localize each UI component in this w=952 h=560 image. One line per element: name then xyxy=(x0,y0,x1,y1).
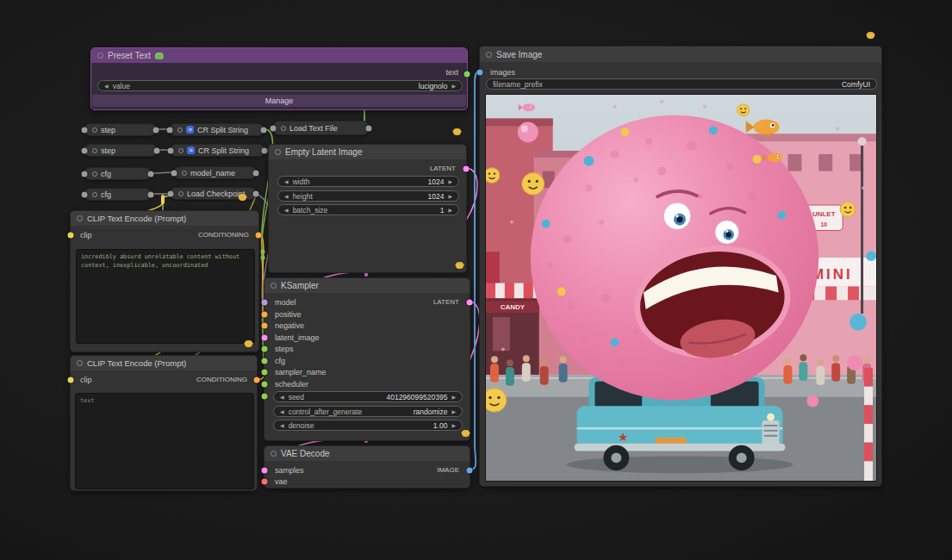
node-title-bar[interactable]: Save Image xyxy=(480,47,881,62)
decrement-icon[interactable]: ◀ xyxy=(104,84,109,89)
node-clip-text-encode-1[interactable]: CLIP Text Encode (Prompt) clip CONDITION… xyxy=(70,210,259,352)
node-step-2[interactable]: step xyxy=(84,144,158,157)
input-pin[interactable] xyxy=(168,190,174,196)
input-pin[interactable] xyxy=(82,191,88,197)
decrement-icon[interactable]: ◀ xyxy=(284,194,289,199)
increment-icon[interactable]: ▶ xyxy=(451,409,456,414)
collapse-toggle-icon[interactable] xyxy=(178,148,184,153)
node-clip-text-encode-2[interactable]: CLIP Text Encode (Prompt) clip CONDITION… xyxy=(70,355,258,491)
input-pin-scheduler[interactable] xyxy=(262,382,268,388)
node-model-name[interactable]: model_name xyxy=(173,166,257,179)
output-pin[interactable] xyxy=(366,125,372,131)
input-pin[interactable] xyxy=(171,170,177,176)
input-pin[interactable] xyxy=(82,127,88,133)
output-pin[interactable] xyxy=(262,147,268,153)
output-pin[interactable] xyxy=(253,170,259,176)
input-pin-negative[interactable] xyxy=(262,323,268,329)
output-pin-conditioning[interactable] xyxy=(256,233,262,239)
node-save-image[interactable]: Save Image images filename_prefix ComfyU… xyxy=(479,46,882,487)
input-pin-sampler-name[interactable] xyxy=(262,370,268,376)
decrement-icon[interactable]: ◀ xyxy=(280,423,284,428)
node-title-bar[interactable]: CLIP Text Encode (Prompt) xyxy=(71,356,257,370)
collapse-toggle-icon[interactable] xyxy=(92,148,97,153)
increment-icon[interactable]: ▶ xyxy=(451,395,456,400)
collapse-toggle-icon[interactable] xyxy=(281,126,286,131)
input-pin[interactable] xyxy=(82,147,88,153)
decrement-icon[interactable]: ◀ xyxy=(280,395,284,400)
collapse-toggle-icon[interactable] xyxy=(92,128,97,133)
input-pin-steps[interactable] xyxy=(262,346,268,352)
input-pin-vae[interactable] xyxy=(262,479,268,485)
input-pin-latent-image[interactable] xyxy=(262,335,268,341)
decrement-icon[interactable]: ◀ xyxy=(280,409,284,414)
value-widget[interactable]: ◀ value lucignolo ▶ xyxy=(97,80,463,91)
node-empty-latent-image[interactable]: Empty Latent Image LATENT ◀ width 1024 ▶… xyxy=(268,144,467,273)
batch-size-widget[interactable]: ◀ batch_size 1 ▶ xyxy=(277,204,459,215)
input-pin-cfg[interactable] xyxy=(262,358,268,364)
node-title-bar[interactable]: CLIP Text Encode (Prompt) xyxy=(71,211,258,226)
output-pin-latent[interactable] xyxy=(467,300,473,306)
output-pin[interactable] xyxy=(253,190,259,196)
node-vae-decode[interactable]: VAE Decode samples vae IMAGE xyxy=(264,445,470,488)
node-load-text-file[interactable]: Load Text File xyxy=(272,121,370,135)
node-ksampler[interactable]: KSampler LATENT model positive negative … xyxy=(264,277,470,441)
collapse-toggle-icon[interactable] xyxy=(178,191,184,196)
input-pin-seed[interactable] xyxy=(262,394,268,400)
collapse-toggle-icon[interactable] xyxy=(486,52,492,58)
input-pin[interactable] xyxy=(168,147,174,153)
input-pin-samples[interactable] xyxy=(262,468,268,474)
input-pin[interactable] xyxy=(167,127,173,133)
decrement-icon[interactable]: ◀ xyxy=(284,179,289,184)
seed-widget[interactable]: ◀ seed 401296099520395 ▶ xyxy=(273,391,463,402)
node-preset-text[interactable]: Preset Text text ◀ value lucignolo ▶ Man… xyxy=(90,47,468,110)
output-pin-conditioning[interactable] xyxy=(254,377,260,383)
node-step-1[interactable]: step xyxy=(84,123,157,136)
input-pin-images[interactable] xyxy=(477,70,483,76)
collapse-toggle-icon[interactable] xyxy=(177,128,183,133)
collapse-toggle-icon[interactable] xyxy=(92,171,97,177)
height-widget[interactable]: ◀ height 1024 ▶ xyxy=(277,190,459,202)
node-cr-split-string-1[interactable]: ≡ CR Split String xyxy=(169,123,264,136)
output-pin-image[interactable] xyxy=(467,468,473,474)
collapse-toggle-icon[interactable] xyxy=(77,360,83,366)
node-title-bar[interactable]: Preset Text xyxy=(91,48,467,63)
output-pin-latent[interactable] xyxy=(464,166,470,172)
output-pin[interactable] xyxy=(261,127,267,133)
collapse-toggle-icon[interactable] xyxy=(271,283,277,289)
collapse-toggle-icon[interactable] xyxy=(182,171,187,176)
collapse-toggle-icon[interactable] xyxy=(92,192,97,197)
output-pin[interactable] xyxy=(148,191,154,197)
input-pin[interactable] xyxy=(82,171,88,177)
denoise-widget[interactable]: ◀ denoise 1.00 ▶ xyxy=(273,420,463,431)
filename-prefix-widget[interactable]: filename_prefix ComfyUI xyxy=(486,78,877,90)
increment-icon[interactable]: ▶ xyxy=(448,194,452,199)
output-pin-text[interactable] xyxy=(464,72,470,78)
width-widget[interactable]: ◀ width 1024 ▶ xyxy=(277,176,459,187)
comfyui-canvas[interactable]: { "icons": { "arrow_left": "◀", "arrow_r… xyxy=(0,0,952,560)
input-pin[interactable] xyxy=(271,125,277,131)
increment-icon[interactable]: ▶ xyxy=(448,179,452,184)
prompt-textarea[interactable]: text xyxy=(75,393,254,489)
collapse-toggle-icon[interactable] xyxy=(97,53,103,59)
output-pin[interactable] xyxy=(154,147,160,153)
increment-icon[interactable]: ▶ xyxy=(451,84,456,89)
node-cr-split-string-2[interactable]: ≡ CR Split String xyxy=(170,144,265,157)
collapse-toggle-icon[interactable] xyxy=(275,149,281,155)
node-cfg-1[interactable]: cfg xyxy=(84,167,152,180)
node-title-bar[interactable]: KSampler xyxy=(264,278,470,293)
manage-button[interactable]: Manage xyxy=(92,95,466,107)
input-pin-clip[interactable] xyxy=(68,377,74,383)
collapse-toggle-icon[interactable] xyxy=(77,215,83,221)
node-cfg-2[interactable]: cfg xyxy=(84,188,152,201)
decrement-icon[interactable]: ◀ xyxy=(284,208,289,213)
control-after-generate-widget[interactable]: ◀ control_after_generate randomize ▶ xyxy=(273,406,463,417)
node-title-bar[interactable]: Empty Latent Image xyxy=(269,145,466,159)
increment-icon[interactable]: ▶ xyxy=(451,423,456,428)
output-pin[interactable] xyxy=(153,127,159,133)
input-pin-positive[interactable] xyxy=(262,312,268,318)
collapse-toggle-icon[interactable] xyxy=(271,451,277,457)
output-pin[interactable] xyxy=(148,171,154,177)
node-title-bar[interactable]: VAE Decode xyxy=(264,446,470,461)
increment-icon[interactable]: ▶ xyxy=(448,208,452,213)
prompt-textarea[interactable]: incredibly absurd unrelatable content wi… xyxy=(76,249,255,344)
